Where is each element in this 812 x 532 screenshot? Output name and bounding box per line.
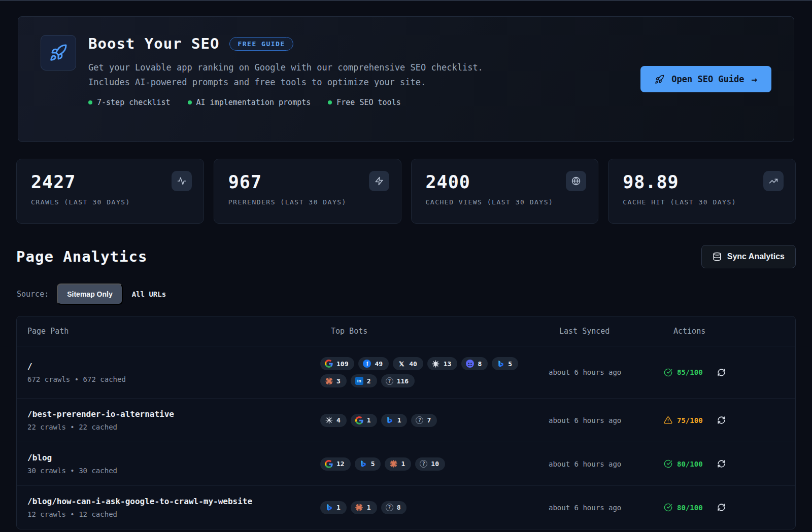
- last-synced-value: about 6 hours ago: [549, 416, 663, 424]
- rocket-icon: [655, 75, 664, 84]
- bot-chip-unknown: ?116: [381, 374, 415, 387]
- source-option-sitemap-only[interactable]: Sitemap Only: [57, 283, 122, 305]
- banner-feature-list: 7-step checklist AI implementation promp…: [88, 98, 630, 107]
- green-dot-icon: [328, 100, 332, 104]
- bot-chip-facebook: f49: [358, 357, 389, 370]
- bing-bot-icon: [325, 504, 333, 512]
- last-synced-value: about 6 hours ago: [549, 368, 663, 376]
- bot-chip-claude: 1: [385, 457, 411, 471]
- source-option-all-urls[interactable]: All URLs: [131, 285, 167, 304]
- bing-bot-icon: [386, 416, 394, 424]
- discord-bot-icon: [466, 360, 474, 368]
- seo-promo-banner: Boost Your SEO FREE GUIDE Get your Lovab…: [18, 16, 794, 142]
- bot-chip-bing: 5: [355, 457, 381, 471]
- bing-bot-icon: [496, 360, 504, 368]
- bot-chip-bing: 1: [381, 414, 408, 427]
- stat-label: CRAWLS (LAST 30 DAYS): [31, 198, 189, 206]
- seo-score: 75/100: [664, 416, 703, 424]
- last-synced-value: about 6 hours ago: [549, 504, 663, 512]
- bot-chip-google: 12: [320, 457, 351, 471]
- refresh-button[interactable]: [717, 503, 726, 512]
- stat-label: CACHED VIEWS (LAST 30 DAYS): [426, 198, 584, 206]
- bot-chip-unknown: ?8: [381, 501, 407, 514]
- perplexity-bot-icon: [325, 416, 333, 424]
- stat-card-crawls: 2427 CRAWLS (LAST 30 DAYS): [16, 159, 204, 224]
- activity-icon: [172, 171, 192, 191]
- page-path[interactable]: /blog/how-can-i-ask-google-to-crawl-my-w…: [27, 496, 320, 506]
- open-seo-guide-button[interactable]: Open SEO Guide →: [640, 66, 771, 92]
- green-dot-icon: [188, 100, 192, 104]
- source-label: Source:: [17, 290, 49, 299]
- bot-chip-x: 𝕏40: [393, 357, 423, 370]
- column-header-last-synced: Last Synced: [549, 327, 663, 336]
- zap-icon: [369, 171, 389, 191]
- page-path[interactable]: /blog: [27, 453, 320, 463]
- x-bot-icon: 𝕏: [397, 360, 405, 368]
- bot-chip-google: 1: [351, 414, 377, 427]
- feature-item: Free SEO tools: [328, 98, 400, 107]
- sync-analytics-button[interactable]: Sync Analytics: [701, 245, 796, 268]
- bot-chip-unknown: ?7: [411, 414, 437, 427]
- stat-card-cached-views: 2400 CACHED VIEWS (LAST 30 DAYS): [411, 159, 599, 224]
- claude-bot-icon: [325, 377, 333, 385]
- page-crawl-meta: 22 crawls • 22 cached: [27, 423, 320, 431]
- stat-card-cache-hit: 98.89 CACHE HIT (LAST 30 DAYS): [608, 159, 796, 224]
- unknown-bot-icon: ?: [416, 416, 423, 424]
- bot-chip-list: 109 f49 𝕏40 13 8 5 3 in2 ?116: [320, 357, 535, 387]
- claude-bot-icon: [389, 460, 397, 468]
- bot-chip-claude: 1: [351, 501, 377, 514]
- bot-chip-linkedin: in2: [351, 374, 377, 387]
- refresh-button[interactable]: [717, 459, 726, 468]
- table-header-row: Page Path Top Bots Last Synced Actions: [17, 316, 795, 346]
- stats-row: 2427 CRAWLS (LAST 30 DAYS) 967 PRERENDER…: [16, 159, 796, 224]
- google-bot-icon: [355, 416, 363, 424]
- stat-value: 2427: [31, 172, 189, 192]
- column-header-top-bots: Top Bots: [320, 327, 549, 336]
- unknown-bot-icon: ?: [386, 377, 393, 385]
- feature-label: Free SEO tools: [336, 98, 400, 107]
- stat-value: 967: [228, 172, 387, 192]
- bot-chip-list: 4 1 1 ?7: [320, 414, 535, 427]
- unknown-bot-icon: ?: [386, 504, 393, 511]
- openai-bot-icon: [432, 360, 440, 368]
- claude-bot-icon: [355, 504, 363, 512]
- unknown-bot-icon: ?: [420, 460, 427, 468]
- globe-icon: [566, 171, 586, 191]
- seo-score: 80/100: [664, 459, 703, 468]
- bing-bot-icon: [359, 460, 367, 468]
- bot-chip-claude: 3: [320, 374, 347, 387]
- page-title: Page Analytics: [16, 248, 147, 265]
- google-bot-icon: [325, 360, 333, 368]
- table-row: /blog 30 crawls • 30 cached 12 5 1 ?10 a…: [17, 442, 795, 485]
- page-crawl-meta: 12 crawls • 12 cached: [27, 510, 320, 518]
- table-row: /blog/how-can-i-ask-google-to-crawl-my-w…: [17, 485, 795, 529]
- page-analytics-table: Page Path Top Bots Last Synced Actions /…: [16, 316, 796, 529]
- table-row: /best-prerender-io-alternative 22 crawls…: [17, 398, 795, 442]
- bot-chip-openai: 13: [427, 357, 458, 370]
- feature-label: 7-step checklist: [97, 98, 171, 107]
- page-crawl-meta: 672 crawls • 672 cached: [27, 375, 320, 383]
- last-synced-value: about 6 hours ago: [549, 460, 663, 468]
- refresh-button[interactable]: [717, 368, 726, 377]
- stat-label: PRERENDERS (LAST 30 DAYS): [228, 198, 387, 206]
- page-analytics-header: Page Analytics Sync Analytics: [16, 245, 796, 268]
- seo-score: 80/100: [664, 503, 703, 512]
- banner-description: Get your Lovable app ranking on Google w…: [88, 60, 510, 90]
- feature-label: AI implementation prompts: [196, 98, 311, 107]
- green-dot-icon: [88, 100, 92, 104]
- free-guide-badge: FREE GUIDE: [229, 37, 293, 51]
- stat-card-prerenders: 967 PRERENDERS (LAST 30 DAYS): [214, 159, 401, 224]
- database-icon: [713, 252, 722, 261]
- table-row: / 672 crawls • 672 cached 109 f49 𝕏40 13…: [17, 346, 795, 398]
- refresh-button[interactable]: [717, 416, 726, 424]
- column-header-actions: Actions: [663, 327, 795, 336]
- bot-chip-google: 109: [320, 357, 354, 370]
- page-path[interactable]: /best-prerender-io-alternative: [27, 409, 320, 419]
- sync-analytics-label: Sync Analytics: [727, 252, 785, 261]
- bot-chip-bing: 5: [492, 357, 518, 370]
- google-bot-icon: [325, 460, 333, 468]
- page-crawl-meta: 30 crawls • 30 cached: [27, 467, 320, 475]
- cta-label: Open SEO Guide: [671, 74, 744, 84]
- linkedin-bot-icon: in: [355, 377, 363, 385]
- page-path[interactable]: /: [27, 362, 320, 371]
